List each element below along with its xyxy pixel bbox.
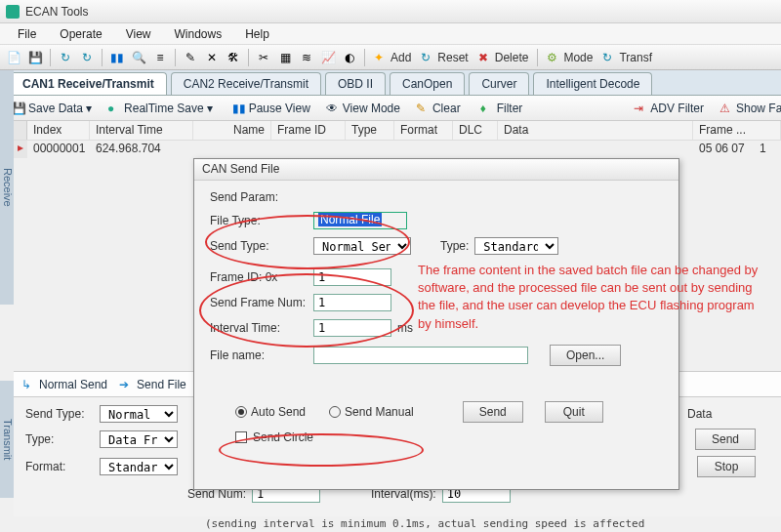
config-icon[interactable]: 🛠 — [224, 48, 243, 67]
cut-icon[interactable]: ✂ — [254, 48, 273, 67]
main-toolbar: 📄 💾 ↻ ↻ ▮▮ 🔍 ≡ ✎ ✕ 🛠 ✂ ▦ ≋ 📈 ◐ ✦Add ↻Res… — [0, 45, 781, 70]
col-format[interactable]: Format — [394, 121, 453, 140]
tab-normal-send[interactable]: ↳Normal Send — [21, 378, 107, 391]
file-name-input[interactable] — [313, 347, 528, 364]
col-name[interactable]: Name — [193, 121, 271, 140]
stream-icon[interactable]: ≋ — [297, 48, 316, 67]
filter-button[interactable]: ♦Filter — [474, 100, 529, 117]
dlg-type-select[interactable]: Standard — [474, 237, 558, 255]
view-mode-button[interactable]: 👁View Mode — [320, 100, 406, 117]
annotation-ellipse-3 — [219, 433, 424, 467]
chart-icon[interactable]: 📈 — [318, 48, 338, 67]
window-title: ECAN Tools — [25, 5, 88, 19]
tabbar: CAN1 Receive/Transmit CAN2 Receive/Trans… — [0, 70, 781, 96]
send-type-label: Send Type: — [25, 407, 94, 421]
menu-file[interactable]: File — [6, 27, 48, 41]
refresh-icon[interactable]: ↻ — [56, 48, 75, 67]
send-param-label: Send Param: — [210, 190, 278, 204]
row-marker-icon — [14, 121, 27, 140]
dlg-type-label: Type: — [440, 239, 469, 253]
pause-view-button[interactable]: ▮▮Pause View — [226, 100, 316, 117]
menu-windows[interactable]: Windows — [163, 27, 234, 41]
format-select[interactable]: Standard — [100, 458, 178, 475]
type-select[interactable]: Data Fram — [100, 430, 178, 448]
meter-icon[interactable]: ◐ — [340, 48, 359, 67]
tab-send-file[interactable]: ➔Send File — [119, 378, 186, 391]
realtime-save-button[interactable]: ●RealTime Save▾ — [102, 100, 219, 117]
refresh2-icon[interactable]: ↻ — [77, 48, 97, 67]
col-frame[interactable]: Frame ... — [693, 121, 781, 140]
stop-button[interactable]: Stop — [697, 456, 756, 477]
list-icon[interactable]: ≡ — [150, 48, 170, 67]
titlebar: ECAN Tools — [0, 0, 781, 23]
show-fault-button[interactable]: ⚠Show Fault — [714, 100, 781, 117]
annotation-text: The frame content in the saved batch fil… — [418, 262, 769, 333]
format-label: Format: — [25, 460, 94, 473]
transmit-side-label: Transmit — [0, 381, 14, 498]
annotation-ellipse-2 — [199, 273, 414, 348]
receive-grid: Index Interval Time Name Frame ID Type F… — [14, 121, 781, 158]
app-logo-icon — [6, 5, 20, 19]
sub-toolbar: 💾Save Data▾ ●RealTime Save▾ ▮▮Pause View… — [0, 96, 781, 121]
tools-icon[interactable]: ✕ — [202, 48, 222, 67]
tab-can2[interactable]: CAN2 Receive/Transmit — [171, 72, 321, 95]
tab-decode[interactable]: Intelligent Decode — [533, 72, 652, 95]
send-type-select[interactable]: Normal Se — [100, 405, 178, 423]
save-icon[interactable]: 💾 — [25, 48, 45, 67]
mode-button[interactable]: ⚙Mode — [543, 51, 596, 64]
dialog-title: CAN Send File — [194, 159, 678, 181]
file-name-label: File name: — [210, 348, 308, 362]
type-label: Type: — [25, 432, 94, 446]
delete-button[interactable]: ✖Delete — [474, 51, 533, 64]
db-icon[interactable]: ▦ — [275, 48, 295, 67]
edit-icon[interactable]: ✎ — [181, 48, 200, 67]
annotation-ellipse-1 — [205, 215, 410, 269]
tab-can1[interactable]: CAN1 Receive/Transmit — [10, 72, 167, 95]
col-index[interactable]: Index — [27, 121, 90, 140]
receive-side-label: Receive — [0, 70, 14, 305]
open-button[interactable]: Open... — [550, 345, 621, 366]
col-interval[interactable]: Interval Time — [90, 121, 193, 140]
tab-obd[interactable]: OBD II — [325, 72, 386, 95]
save-data-button[interactable]: 💾Save Data▾ — [6, 100, 98, 117]
col-type[interactable]: Type — [346, 121, 394, 140]
add-button[interactable]: ✦Add — [370, 51, 415, 64]
adv-filter-button[interactable]: ⇥ADV Filter — [628, 100, 710, 117]
row-marker-icon: ▸ — [14, 141, 27, 158]
data-label: Data — [687, 407, 736, 421]
menu-view[interactable]: View — [114, 27, 163, 41]
menu-operate[interactable]: Operate — [48, 27, 113, 41]
send-manual-radio[interactable]: Send Manual — [329, 405, 414, 419]
col-data[interactable]: Data — [498, 121, 693, 140]
reset-button[interactable]: ↻Reset — [417, 51, 472, 64]
col-dlc[interactable]: DLC — [453, 121, 498, 140]
tab-canopen[interactable]: CanOpen — [390, 72, 465, 95]
table-row[interactable]: ▸ 00000001 624.968.704 05 06 07 1 — [14, 141, 781, 158]
menu-help[interactable]: Help — [233, 27, 281, 41]
auto-send-radio[interactable]: Auto Send — [235, 405, 306, 419]
col-frameid[interactable]: Frame ID — [271, 121, 346, 140]
transf-button[interactable]: ↻Transf — [598, 51, 656, 64]
dlg-quit-button[interactable]: Quit — [545, 401, 603, 423]
send-button[interactable]: Send — [695, 429, 756, 450]
dlg-send-button[interactable]: Send — [463, 401, 523, 423]
search-icon[interactable]: 🔍 — [129, 48, 148, 67]
new-icon[interactable]: 📄 — [4, 48, 23, 67]
tab-curver[interactable]: Curver — [469, 72, 529, 95]
pause-icon[interactable]: ▮▮ — [107, 48, 127, 67]
clear-button[interactable]: ✎Clear — [410, 100, 467, 117]
menubar: File Operate View Windows Help — [0, 23, 781, 45]
footer-hint: (sending interval is minimum 0.1ms, actu… — [205, 517, 779, 530]
